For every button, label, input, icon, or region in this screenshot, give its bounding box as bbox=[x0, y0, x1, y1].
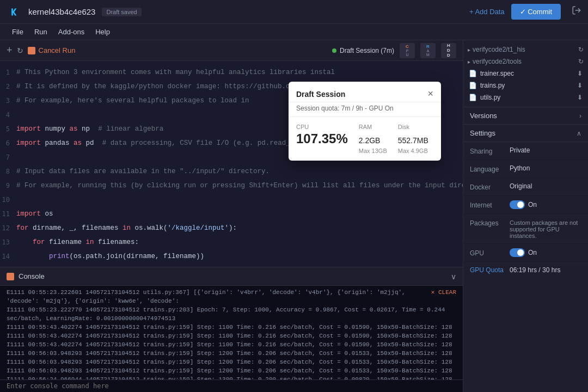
add-cell-button[interactable]: + bbox=[7, 45, 13, 56]
folder-label: verifycode2/t1_his bbox=[473, 46, 525, 53]
sidebar-file-utils-py[interactable]: 📄 utils.py ⬇ bbox=[463, 91, 588, 103]
popup-stats: CPU 107.35% RAM 2.2GB Max 13GB Disk 552.… bbox=[289, 117, 441, 161]
cancel-run-button[interactable]: Cancel Run bbox=[28, 46, 76, 54]
session-status-dot bbox=[332, 48, 336, 53]
console-log-2: I1111 00:55:43.402274 140572173104512 tr… bbox=[7, 323, 456, 332]
toolbar: + ↻ Cancel Run Draft Session (7m) C P U … bbox=[0, 40, 463, 61]
sharing-label: Sharing bbox=[470, 146, 505, 155]
language-value: Python bbox=[510, 164, 530, 172]
code-line-8: 8 # Input data files are available in th… bbox=[0, 164, 463, 179]
sidebar-folder-verifycode2-t1his[interactable]: ▸ verifycode2/t1_his ↻ bbox=[463, 44, 588, 56]
versions-label: Versions bbox=[470, 112, 579, 120]
menubar: File Run Add-ons Help bbox=[0, 24, 588, 40]
code-line-9: 9 # For example, running this (by clicki… bbox=[0, 179, 463, 193]
folder-arrow-icon: ▸ bbox=[468, 47, 470, 53]
settings-language: Language Python bbox=[463, 160, 588, 178]
ram-stat-label: RAM bbox=[359, 124, 387, 130]
disk-stat-value: 552.7MB bbox=[398, 131, 428, 146]
sharing-value: Private bbox=[510, 146, 530, 154]
internet-toggle-knob bbox=[517, 201, 524, 208]
menu-help[interactable]: Help bbox=[90, 24, 115, 40]
docker-label: Docker bbox=[470, 182, 505, 191]
kernel-title: kernel43b4c4e623 bbox=[28, 7, 95, 16]
download-file-icon[interactable]: ⬇ bbox=[577, 82, 583, 89]
file-icon: 📄 bbox=[469, 82, 477, 89]
settings-sharing: Sharing Private bbox=[463, 142, 588, 160]
internet-toggle[interactable] bbox=[510, 200, 525, 209]
gpu-toggle-knob bbox=[517, 249, 524, 256]
gpu-toggle-container: On bbox=[510, 248, 537, 257]
refresh-button[interactable]: ↻ bbox=[17, 46, 23, 55]
internet-toggle-label: On bbox=[528, 201, 537, 209]
packages-label: Packages bbox=[470, 218, 505, 227]
versions-chevron-icon: › bbox=[579, 112, 581, 120]
code-line-12: 12 for dirname, _, filenames in os.walk(… bbox=[0, 221, 463, 235]
cpu-stat-label: CPU bbox=[296, 124, 348, 130]
popup-header: Draft Session × bbox=[289, 82, 441, 102]
cancel-run-label: Cancel Run bbox=[39, 46, 76, 54]
sidebar-file-trains-py[interactable]: 📄 trains.py ⬇ bbox=[463, 79, 588, 91]
console-log-1: I1111 00:55:23.222770 140572173104512 tr… bbox=[7, 305, 456, 323]
sidebar-folder-verifycode2-tools[interactable]: ▸ verifycode2/tools ↻ bbox=[463, 56, 588, 68]
topbar: kernel43b4c4e623 Draft saved + Add Data … bbox=[0, 0, 588, 24]
ram-stat-value: 2.2GB bbox=[359, 131, 387, 146]
console-log-0: E1111 00:55:23.222601 140572173104512 ut… bbox=[7, 288, 456, 305]
commit-button[interactable]: ✓ Commit bbox=[511, 4, 561, 20]
right-sidebar: ▸ verifycode2/t1_his ↻ ▸ verifycode2/too… bbox=[463, 40, 588, 392]
cpu-stat: CPU 107.35% bbox=[296, 124, 348, 154]
disk-stat: Disk 552.7MB Max 4.9GB bbox=[398, 124, 428, 154]
internet-label: Internet bbox=[470, 200, 505, 209]
docker-value: Original bbox=[510, 182, 532, 190]
settings-internet: Internet On bbox=[463, 196, 588, 214]
refresh-folder-icon[interactable]: ↻ bbox=[578, 46, 584, 53]
refresh-folder-icon[interactable]: ↻ bbox=[578, 58, 584, 65]
gpu-toggle[interactable] bbox=[510, 248, 525, 257]
popup-close-button[interactable]: × bbox=[427, 88, 433, 100]
add-data-button[interactable]: + Add Data bbox=[469, 8, 505, 16]
popup-subtitle: Session quota: 7m / 9h - GPU On bbox=[289, 102, 441, 117]
settings-chevron-icon: ∧ bbox=[577, 130, 581, 137]
console-collapse-button[interactable]: ∨ bbox=[451, 272, 456, 281]
exit-button[interactable] bbox=[572, 5, 581, 18]
file-label: trains.py bbox=[480, 82, 505, 89]
popup-title: Draft Session bbox=[296, 90, 427, 99]
console-input[interactable] bbox=[7, 382, 456, 390]
code-line-15: 15 bbox=[0, 264, 463, 267]
folder-label: verifycode2/tools bbox=[473, 58, 522, 65]
console-log-3: I1111 00:55:43.402274 140572173104512 tr… bbox=[7, 332, 456, 340]
clear-console-button[interactable]: ✕ CLEAR bbox=[431, 288, 456, 305]
cpu-stat-block[interactable]: C P U bbox=[400, 43, 415, 58]
code-editor[interactable]: Draft Session × Session quota: 7m / 9h -… bbox=[0, 61, 463, 267]
hdd-stat-block[interactable]: H D D bbox=[441, 43, 456, 58]
menu-addons[interactable]: Add-ons bbox=[53, 24, 90, 40]
ram-stat-block[interactable]: R A M bbox=[420, 43, 436, 58]
download-file-icon[interactable]: ⬇ bbox=[577, 94, 583, 101]
editor-area: + ↻ Cancel Run Draft Session (7m) C P U … bbox=[0, 40, 463, 392]
console-log-4: I1111 00:55:43.402274 140572173104512 tr… bbox=[7, 340, 456, 349]
menu-file[interactable]: File bbox=[7, 24, 29, 40]
console-log-8: I1111 00:56:24.966944 140572173104512 tr… bbox=[7, 375, 456, 379]
cancel-icon bbox=[28, 47, 35, 54]
download-file-icon[interactable]: ⬇ bbox=[577, 70, 583, 77]
code-line-14: 14 print(os.path.join(dirname, filename)… bbox=[0, 249, 463, 264]
code-line-1: 1 # This Python 3 environment comes with… bbox=[0, 65, 463, 79]
gpu-quota-label[interactable]: GPU Quota bbox=[470, 266, 505, 274]
disk-stat-max: Max 4.9GB bbox=[398, 148, 428, 154]
menu-run[interactable]: Run bbox=[29, 24, 53, 40]
console-header: Console ∨ bbox=[0, 267, 463, 286]
code-line-11: 11 import os bbox=[0, 207, 463, 221]
console-log-7: I1111 00:56:03.948293 140572173104512 tr… bbox=[7, 366, 456, 375]
versions-section-header[interactable]: Versions › bbox=[463, 107, 588, 125]
draft-session-popup: Draft Session × Session quota: 7m / 9h -… bbox=[289, 82, 441, 161]
sidebar-file-trainer-spec[interactable]: 📄 trainer.spec ⬇ bbox=[463, 68, 588, 79]
code-line-10: 10 bbox=[0, 193, 463, 207]
console-output: E1111 00:55:23.222601 140572173104512 ut… bbox=[0, 286, 463, 379]
settings-section-header[interactable]: Settings ∧ bbox=[463, 125, 588, 142]
console-stop-button[interactable] bbox=[7, 273, 14, 280]
cpu-stat-value: 107.35% bbox=[296, 131, 348, 146]
settings-packages: Packages Custom packages are not support… bbox=[463, 214, 588, 244]
language-label: Language bbox=[470, 164, 505, 173]
console-area: Console ∨ E1111 00:55:23.222601 14057217… bbox=[0, 267, 463, 392]
console-log-6: I1111 00:56:03.948293 140572173104512 tr… bbox=[7, 358, 456, 366]
file-icon: 📄 bbox=[469, 94, 477, 101]
